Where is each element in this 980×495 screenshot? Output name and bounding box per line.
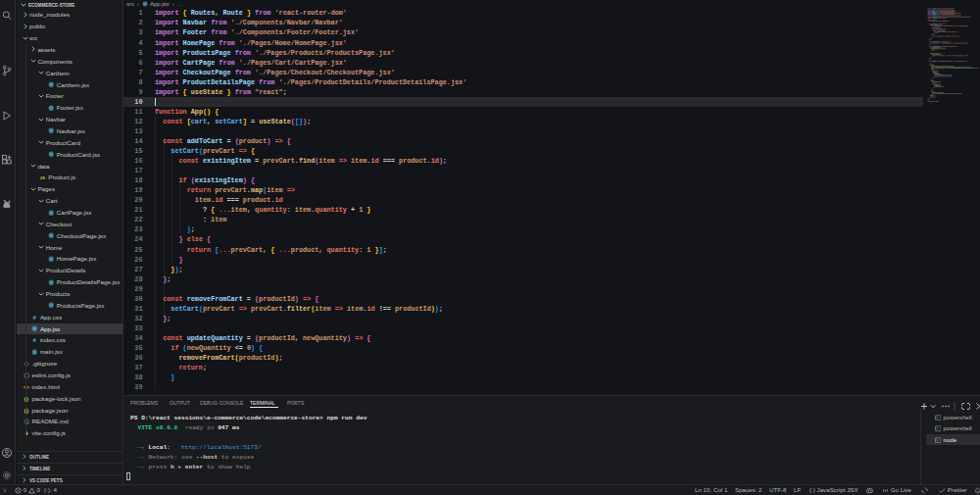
svg-text:JS: JS	[40, 175, 45, 180]
